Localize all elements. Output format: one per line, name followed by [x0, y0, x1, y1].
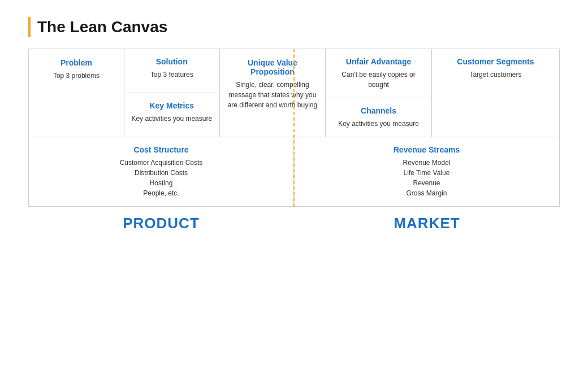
page-title: The Lean Canvas	[37, 18, 167, 36]
unfair-advantage-title: Unfair Advantage	[332, 57, 425, 66]
bottom-row: Cost Structure Customer Acquisition Cost…	[29, 137, 559, 206]
cost-line-1: Customer Acquisition Costs	[36, 158, 287, 168]
title-bar-accent	[28, 17, 31, 37]
revenue-line-1: Revenue Model	[301, 158, 552, 168]
page-header: The Lean Canvas	[28, 17, 560, 37]
revenue-streams-cell: Revenue Streams Revenue Model Life Time …	[294, 137, 559, 206]
revenue-streams-title: Revenue Streams	[301, 145, 552, 154]
cost-line-3: Hosting	[36, 178, 287, 188]
cost-structure-title: Cost Structure	[36, 145, 287, 154]
uvp-title: Unique Value Proposition	[227, 58, 319, 76]
problem-cell: Problem Top 3 problems	[29, 49, 124, 137]
cost-line-4: People, etc.	[36, 188, 287, 198]
revenue-line-3: Revenue	[301, 178, 552, 188]
solution-column: Solution Top 3 features Key Metrics Key …	[124, 49, 220, 137]
uvp-cell: Unique Value Proposition Single, clear, …	[220, 49, 326, 137]
canvas-wrapper: Problem Top 3 problems Solution Top 3 fe…	[28, 49, 560, 207]
revenue-line-2: Life Time Value	[301, 168, 552, 178]
footer-product-label: PRODUCT	[28, 215, 294, 232]
top-row: Problem Top 3 problems Solution Top 3 fe…	[29, 49, 559, 137]
solution-title: Solution	[131, 57, 213, 66]
channels-body: Key activities you measure	[332, 119, 425, 129]
key-metrics-cell: Key Metrics Key activities you measure	[124, 93, 220, 137]
unfair-column: Unfair Advantage Can't be easily copies …	[326, 49, 432, 137]
customer-segments-title: Customer Segments	[439, 57, 552, 66]
customer-segments-body: Target customers	[439, 69, 552, 80]
footer-row: PRODUCT MARKET	[28, 215, 560, 232]
unfair-advantage-body: Can't be easily copies or bought	[332, 69, 425, 90]
channels-title: Channels	[332, 106, 425, 115]
cost-line-2: Distribution Costs	[36, 168, 287, 178]
cost-structure-lines: Customer Acquisition Costs Distribution …	[36, 158, 287, 198]
canvas-grid: Problem Top 3 problems Solution Top 3 fe…	[28, 49, 560, 207]
uvp-body: Single, clear, compelling message that s…	[227, 80, 319, 110]
key-metrics-body: Key activities you measure	[131, 114, 213, 124]
problem-body: Top 3 problems	[36, 71, 117, 81]
footer-market-label: MARKET	[294, 215, 560, 232]
cost-structure-cell: Cost Structure Customer Acquisition Cost…	[29, 137, 294, 206]
revenue-line-4: Gross Margin	[301, 188, 552, 198]
customer-segments-cell: Customer Segments Target customers	[432, 49, 559, 137]
key-metrics-title: Key Metrics	[131, 101, 213, 110]
problem-title: Problem	[36, 58, 117, 67]
revenue-streams-lines: Revenue Model Life Time Value Revenue Gr…	[301, 158, 552, 198]
channels-cell: Channels Key activities you measure	[326, 98, 432, 137]
solution-cell: Solution Top 3 features	[124, 49, 220, 93]
unfair-advantage-cell: Unfair Advantage Can't be easily copies …	[326, 49, 432, 98]
solution-body: Top 3 features	[131, 69, 213, 80]
